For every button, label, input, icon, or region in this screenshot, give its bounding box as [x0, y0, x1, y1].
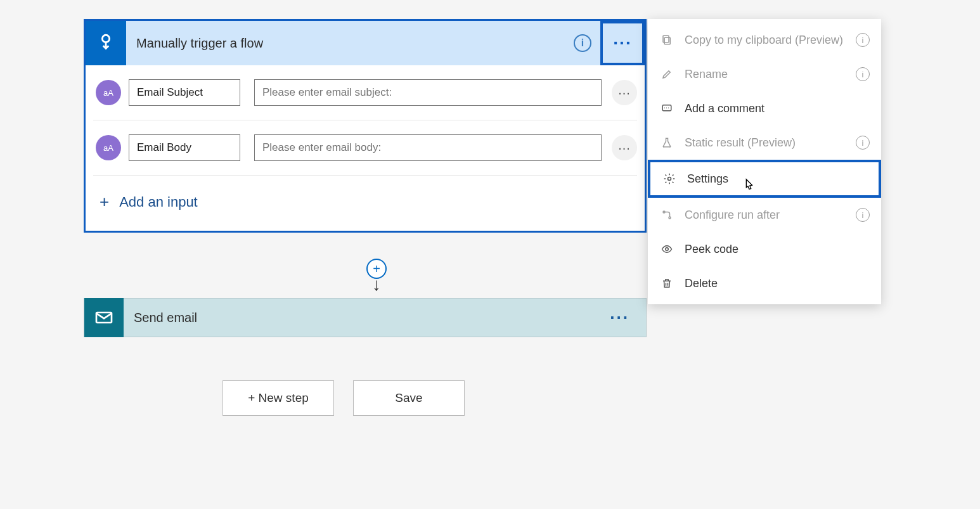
- input-name-field[interactable]: [129, 79, 240, 106]
- trigger-header[interactable]: Manually trigger a flow i ···: [86, 21, 645, 65]
- menu-copy-clipboard[interactable]: Copy to my clipboard (Preview) i: [648, 23, 881, 57]
- flask-icon: [659, 135, 674, 150]
- action-title: Send email: [124, 311, 610, 325]
- context-menu: Copy to my clipboard (Preview) i Rename …: [648, 19, 881, 304]
- info-icon[interactable]: i: [856, 67, 870, 81]
- add-input-button[interactable]: + Add an input: [93, 176, 637, 231]
- menu-delete[interactable]: Delete: [648, 266, 881, 300]
- input-value-field[interactable]: [254, 79, 602, 106]
- add-input-label: Add an input: [119, 194, 198, 210]
- trash-icon: [659, 276, 674, 291]
- footer-buttons: + New step Save: [222, 380, 465, 416]
- svg-rect-2: [664, 37, 670, 44]
- copy-icon: [659, 32, 674, 48]
- svg-point-5: [668, 177, 671, 181]
- svg-point-0: [102, 35, 109, 42]
- menu-configure-run-after[interactable]: Configure run after i: [648, 198, 881, 232]
- text-type-badge: aA: [96, 80, 121, 105]
- svg-point-7: [669, 217, 671, 219]
- input-value-field[interactable]: [254, 134, 602, 161]
- menu-static-result[interactable]: Static result (Preview) i: [648, 126, 881, 160]
- eye-icon: [659, 242, 674, 257]
- new-step-button[interactable]: + New step: [222, 380, 334, 416]
- input-row: aA ···: [93, 65, 637, 120]
- connector: + ↓: [364, 259, 389, 292]
- svg-point-8: [666, 248, 669, 251]
- menu-rename[interactable]: Rename i: [648, 57, 881, 91]
- info-icon[interactable]: i: [856, 33, 870, 47]
- action-more-button[interactable]: ···: [610, 308, 646, 328]
- trigger-title: Manually trigger a flow: [126, 36, 574, 51]
- trigger-body: aA ··· aA ··· + Add an input: [86, 65, 645, 231]
- input-row-more-button[interactable]: ···: [612, 80, 637, 105]
- info-icon[interactable]: i: [856, 208, 870, 222]
- trigger-card: Manually trigger a flow i ··· aA ··· aA …: [84, 19, 647, 233]
- pencil-icon: [659, 67, 674, 82]
- arrow-down-icon: ↓: [372, 278, 381, 292]
- manual-trigger-icon: [86, 21, 126, 65]
- plus-icon: +: [100, 192, 109, 212]
- input-row: aA ···: [93, 120, 637, 176]
- text-type-badge: aA: [96, 135, 121, 160]
- menu-add-comment[interactable]: Add a comment: [648, 91, 881, 126]
- action-card[interactable]: Send email ···: [84, 298, 647, 337]
- info-icon[interactable]: i: [856, 136, 870, 150]
- svg-point-6: [663, 211, 665, 213]
- menu-settings[interactable]: Settings: [648, 160, 881, 198]
- info-icon[interactable]: i: [574, 34, 591, 52]
- menu-peek-code[interactable]: Peek code: [648, 232, 881, 266]
- email-icon: [84, 298, 124, 337]
- input-row-more-button[interactable]: ···: [612, 135, 637, 160]
- save-button[interactable]: Save: [353, 380, 465, 416]
- trigger-more-button[interactable]: ···: [600, 21, 645, 65]
- svg-rect-3: [663, 35, 669, 42]
- gear-icon: [662, 171, 677, 186]
- comment-icon: [659, 101, 674, 116]
- input-name-field[interactable]: [129, 134, 240, 161]
- branch-icon: [659, 207, 674, 222]
